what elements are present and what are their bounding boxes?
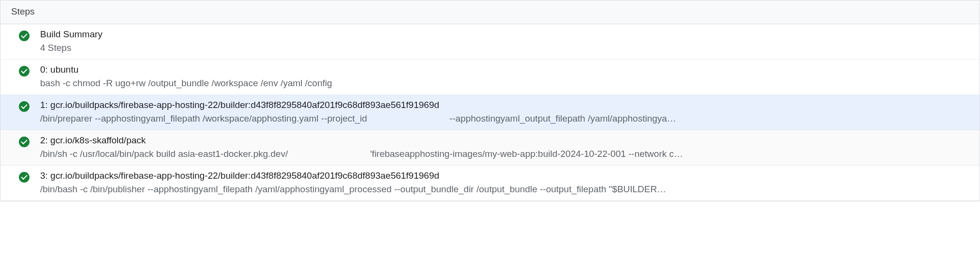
check-circle-icon: [19, 66, 30, 77]
build-summary-row[interactable]: Build Summary 4 Steps: [0, 24, 980, 60]
step-command: /bin/sh -c /usr/local/bin/pack build asi…: [40, 149, 970, 159]
summary-subtitle: 4 Steps: [40, 43, 970, 53]
check-circle-icon: [19, 101, 30, 112]
step-command: /bin/bash -c /bin/publisher --apphosting…: [40, 184, 970, 195]
check-circle-icon: [19, 172, 30, 183]
build-step-row[interactable]: 3: gcr.io/buildpacks/firebase-app-hostin…: [0, 166, 980, 201]
build-step-row[interactable]: 2: gcr.io/k8s-skaffold/pack /bin/sh -c /…: [0, 130, 980, 166]
build-step-row[interactable]: 0: ubuntu bash -c chmod -R ugo+rw /outpu…: [0, 60, 980, 95]
steps-header: Steps: [0, 0, 980, 24]
step-title: 2: gcr.io/k8s-skaffold/pack: [40, 135, 970, 146]
step-command: /bin/preparer --apphostingyaml_filepath …: [40, 113, 970, 124]
row-content: Build Summary 4 Steps: [40, 29, 970, 53]
steps-header-label: Steps: [11, 6, 35, 16]
row-content: 0: ubuntu bash -c chmod -R ugo+rw /outpu…: [40, 64, 970, 89]
step-title: 0: ubuntu: [40, 64, 970, 75]
check-circle-icon: [19, 137, 30, 147]
step-command-part-a: /bin/sh -c /usr/local/bin/pack build asi…: [40, 149, 288, 159]
step-command-part-a: /bin/preparer --apphostingyaml_filepath …: [40, 113, 367, 123]
step-command-part-b: --apphostingyaml_output_filepath /yaml/a…: [449, 113, 676, 123]
build-steps-panel: Steps Build Summary 4 Steps 0: ubuntu ba…: [0, 0, 980, 201]
row-content: 3: gcr.io/buildpacks/firebase-app-hostin…: [40, 170, 970, 195]
row-content: 1: gcr.io/buildpacks/firebase-app-hostin…: [40, 100, 970, 124]
build-step-row[interactable]: 1: gcr.io/buildpacks/firebase-app-hostin…: [0, 95, 980, 130]
step-command-part-b: 'firebaseapphosting-images/my-web-app:bu…: [370, 149, 683, 159]
row-content: 2: gcr.io/k8s-skaffold/pack /bin/sh -c /…: [40, 135, 970, 159]
step-title: 1: gcr.io/buildpacks/firebase-app-hostin…: [40, 100, 970, 110]
step-command: bash -c chmod -R ugo+rw /output_bundle /…: [40, 78, 970, 89]
step-title: 3: gcr.io/buildpacks/firebase-app-hostin…: [40, 170, 970, 181]
summary-title: Build Summary: [40, 29, 970, 40]
check-circle-icon: [19, 31, 30, 41]
